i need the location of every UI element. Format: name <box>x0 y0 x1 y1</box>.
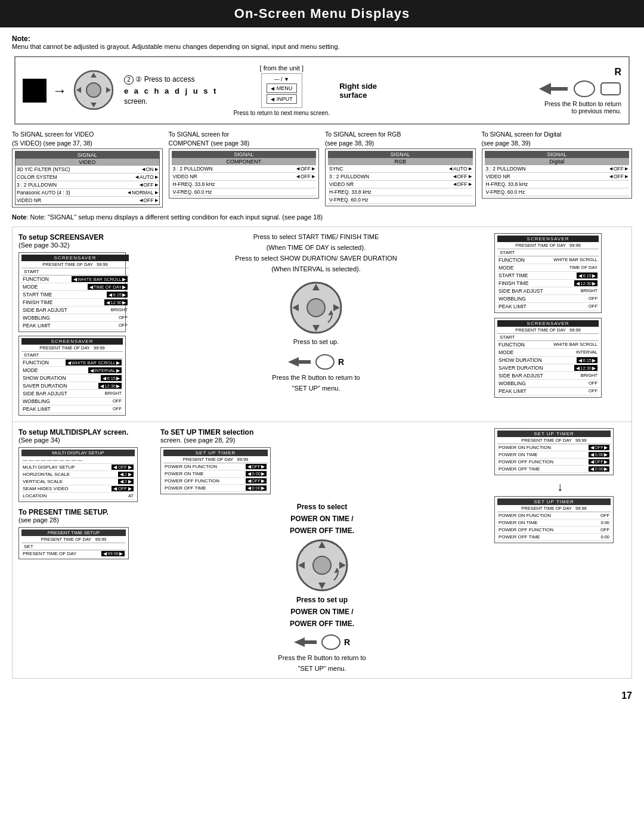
timer-screen: SET UP TIMER PRESENT TIME OF DAY 99:99 P… <box>160 447 271 494</box>
rgb-screen: SIGNAL RGB SYNC◀AUTO▶ 3 : 2 PULLDOWN◀OFF… <box>325 148 476 206</box>
svg-marker-6 <box>539 83 551 95</box>
r-oval-timer <box>321 634 340 650</box>
svg-rect-8 <box>601 83 620 95</box>
signal-col-video: To SIGNAL screen for VIDEO (S VIDEO) (se… <box>12 131 163 208</box>
video-screen: SIGNAL VIDEO 3D Y/C FILTER (NTSC)◀ON▶ CO… <box>12 148 163 208</box>
arrow-right-icon: → <box>52 82 67 99</box>
svg-rect-26 <box>305 640 317 644</box>
diagram-area: → 2 ② Press to access e a c h <box>14 56 630 125</box>
from-unit-label: [ from the unit ] <box>260 64 304 72</box>
md-screen: MULTI DISPLAY SETUP — — — — — — — — — — … <box>18 447 138 502</box>
unit-diagram: — / ▼ ◀ MENU ◀ INPUT <box>261 73 302 108</box>
ss-right: SCREENSAVER PRESENT TIME OF DAY 99:99 ST… <box>494 233 626 416</box>
svg-marker-25 <box>294 637 305 647</box>
md-left: To setup MULTIDISPLAY screen. (See page … <box>18 428 150 672</box>
ss-screen1: SCREENSAVER PRESENT TIME OF DAY 99:99 ST… <box>18 252 126 332</box>
r-button-area: R Press the R button to return to previo… <box>539 67 621 114</box>
r-oval-ss <box>315 354 335 370</box>
arrow-left-diagram <box>539 80 569 98</box>
black-square <box>23 79 47 103</box>
digital-screen: SIGNAL Digital 3 : 2 PULLDOWN◀OFF▶ VIDEO… <box>482 148 633 199</box>
ss-center: Press to select START TIME/ FINISH TIME … <box>143 233 490 416</box>
svg-marker-16 <box>288 357 299 367</box>
joystick-large <box>289 281 343 335</box>
note-section: Note: Menu that cannot be adjusted is gr… <box>12 35 632 50</box>
press-info: 2 ② Press to access e a c h a d j u s t … <box>124 75 218 106</box>
ss-right-screen1: SCREENSAVER PRESENT TIME OF DAY 99:99 ST… <box>494 233 602 313</box>
md-timer-section: To setup MULTIDISPLAY screen. (See page … <box>12 422 632 679</box>
page-number: 17 <box>0 686 644 706</box>
signal-col-digital: To SIGNAL screen for Digital (see page 3… <box>482 131 633 208</box>
ss-left: To setup SCREENSAVER (See page 30-32) SC… <box>18 233 138 416</box>
component-screen: SIGNAL COMPONENT 3 : 2 PULLDOWN◀OFF▶ VID… <box>169 148 320 199</box>
svg-point-10 <box>307 299 325 317</box>
screensaver-section: To setup SCREENSAVER (See page 30-32) SC… <box>12 227 632 422</box>
svg-rect-17 <box>299 360 311 364</box>
timer-right: SET UP TIMER PRESENT TIME OF DAY 99:99 P… <box>494 428 626 672</box>
press-return-next: Press to return to next menu screen. <box>233 110 330 116</box>
svg-rect-7 <box>551 87 568 91</box>
note-label: Note: <box>12 35 30 43</box>
page-title: On-Screen Menu Displays <box>0 0 644 27</box>
setup-timer-screen2: SET UP TIMER PRESENT TIME OF DAY 99:99 P… <box>494 496 614 543</box>
signal-col-component: To SIGNAL screen for COMPONENT (see page… <box>169 131 320 208</box>
signal-row: To SIGNAL screen for VIDEO (S VIDEO) (se… <box>12 131 632 208</box>
r-arrow-timer <box>294 634 318 651</box>
pt-screen: PRESENT TIME SETUP PRESENT TIME OF DAY 9… <box>18 527 129 559</box>
ss-right-screen2: SCREENSAVER PRESENT TIME OF DAY 99:99 ST… <box>494 318 602 398</box>
note-text: Menu that cannot be adjusted is grayout.… <box>12 43 340 50</box>
setup-timer-screen1: SET UP TIMER PRESENT TIME OF DAY 99:99 P… <box>494 428 614 475</box>
r-button-rect <box>600 80 621 97</box>
r-oval <box>574 80 595 97</box>
timer-center: To SET UP TIMER selection screen. (see p… <box>154 428 490 672</box>
svg-point-19 <box>313 556 331 574</box>
down-arrow: ↓ <box>494 480 626 494</box>
right-side-info: Right side surface <box>339 82 530 100</box>
ss-screen2: SCREENSAVER PRESENT TIME OF DAY 99:99 ST… <box>18 336 126 416</box>
signal-col-rgb: To SIGNAL screen for RGB (see page 38, 3… <box>325 131 476 208</box>
svg-point-1 <box>86 83 101 97</box>
joystick-timer <box>295 538 349 592</box>
r-arrow-left <box>288 354 312 370</box>
signal-note: Note: Note: "SIGNAL" setup menu displays… <box>12 213 632 221</box>
joystick-diagram <box>73 69 114 111</box>
